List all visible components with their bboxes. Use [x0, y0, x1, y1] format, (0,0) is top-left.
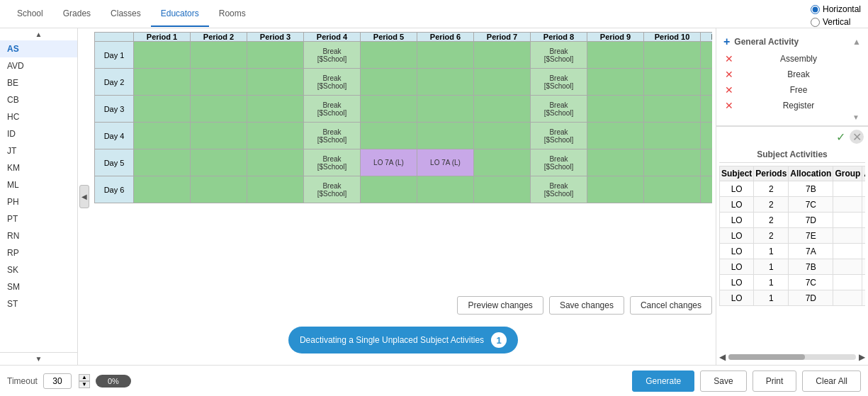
cell-day5-8[interactable] [587, 149, 644, 176]
subj-cell-active-4[interactable] [862, 244, 865, 259]
tab-educators[interactable]: Educators [151, 1, 209, 27]
cell-day3-0[interactable] [134, 96, 191, 123]
sidebar-item-as[interactable]: AS [0, 40, 77, 57]
sidebar-item-pt[interactable]: PT [0, 210, 77, 227]
cell-day1-10[interactable] [701, 42, 713, 69]
preview-changes-button[interactable]: Preview changes [457, 296, 543, 315]
cell-day3-1[interactable] [191, 96, 247, 123]
subj-cell-active-6[interactable] [862, 275, 865, 290]
timetable-scroll[interactable]: Period 1Period 2Period 3Period 4Period 5… [94, 32, 712, 292]
cell-day5-6[interactable] [474, 149, 531, 176]
subj-cell-active-7[interactable] [862, 290, 865, 306]
tab-grades[interactable]: Grades [53, 1, 101, 27]
general-activity-scroll-down[interactable]: ▼ [721, 113, 864, 121]
cell-day4-6[interactable] [474, 123, 531, 149]
cell-day5-2[interactable] [247, 149, 304, 176]
cell-day2-10[interactable] [701, 69, 713, 96]
sidebar-item-sk[interactable]: SK [0, 261, 77, 278]
sidebar-item-cb[interactable]: CB [0, 91, 77, 108]
orientation-horizontal-radio[interactable] [811, 5, 820, 14]
cell-day4-10[interactable] [701, 123, 713, 149]
cell-day5-10[interactable] [701, 149, 713, 176]
cell-day4-8[interactable] [587, 123, 644, 149]
subj-cell-active-3[interactable] [862, 228, 865, 244]
sidebar-item-hc[interactable]: HC [0, 108, 77, 125]
remove-assembly-button[interactable]: ✕ [725, 53, 733, 64]
timeout-spin-down[interactable]: ▼ [79, 381, 90, 388]
add-general-activity-button[interactable]: + [723, 35, 730, 48]
subj-cell-active-1[interactable] [862, 197, 865, 213]
cell-day3-7[interactable]: Break[$School] [531, 96, 587, 123]
cell-day3-6[interactable] [474, 96, 531, 123]
cell-day5-4[interactable]: LO 7A (L) [361, 149, 417, 176]
tab-school[interactable]: School [7, 1, 53, 27]
cell-day2-7[interactable]: Break[$School] [531, 69, 587, 96]
timeout-spin-up[interactable]: ▲ [79, 374, 90, 381]
cell-day3-3[interactable]: Break[$School] [304, 96, 361, 123]
sidebar-scroll-down[interactable]: ▼ [0, 352, 77, 365]
sidebar-item-be[interactable]: BE [0, 74, 77, 91]
cell-day3-4[interactable] [361, 96, 417, 123]
subj-cell-active-5[interactable] [862, 259, 865, 275]
cell-day6-2[interactable] [247, 176, 304, 203]
save-button[interactable]: Save [700, 370, 746, 392]
cell-day2-4[interactable] [361, 69, 417, 96]
discard-button[interactable]: ✕ [850, 130, 864, 144]
orientation-vertical[interactable]: Vertical [811, 17, 861, 27]
remove-free-button[interactable]: ✕ [725, 84, 733, 96]
subj-cell-active-0[interactable] [862, 181, 865, 197]
sidebar-item-rp[interactable]: RP [0, 244, 77, 261]
cell-day6-10[interactable] [701, 176, 713, 203]
tab-classes[interactable]: Classes [101, 1, 151, 27]
cell-day6-4[interactable] [361, 176, 417, 203]
cell-day1-0[interactable] [134, 42, 191, 69]
cell-day2-9[interactable] [644, 69, 701, 96]
general-activity-scroll-up[interactable]: ▲ [852, 37, 861, 47]
cell-day5-5[interactable]: LO 7A (L) [417, 149, 474, 176]
sidebar-item-km[interactable]: KM [0, 159, 77, 176]
cell-day2-1[interactable] [191, 69, 247, 96]
cell-day4-1[interactable] [191, 123, 247, 149]
cell-day2-3[interactable]: Break[$School] [304, 69, 361, 96]
cancel-changes-button[interactable]: Cancel changes [630, 296, 712, 315]
cell-day6-9[interactable] [644, 176, 701, 203]
sidebar-item-st[interactable]: ST [0, 295, 77, 312]
cell-day5-0[interactable] [134, 149, 191, 176]
cell-day4-3[interactable]: Break[$School] [304, 123, 361, 149]
cell-day2-6[interactable] [474, 69, 531, 96]
cell-day2-2[interactable] [247, 69, 304, 96]
orientation-vertical-radio[interactable] [811, 18, 820, 27]
cell-day3-10[interactable] [701, 96, 713, 123]
cell-day5-7[interactable]: Break[$School] [531, 149, 587, 176]
save-changes-button[interactable]: Save changes [549, 296, 624, 315]
remove-break-button[interactable]: ✕ [725, 69, 733, 80]
sidebar-item-rn[interactable]: RN [0, 227, 77, 244]
generate-button[interactable]: Generate [632, 370, 694, 392]
cell-day5-1[interactable] [191, 149, 247, 176]
cell-day4-7[interactable]: Break[$School] [531, 123, 587, 149]
cell-day1-1[interactable] [191, 42, 247, 69]
cell-day4-2[interactable] [247, 123, 304, 149]
cell-day6-8[interactable] [587, 176, 644, 203]
cell-day6-5[interactable] [417, 176, 474, 203]
cell-day3-5[interactable] [417, 96, 474, 123]
cell-day3-8[interactable] [587, 96, 644, 123]
cell-day4-0[interactable] [134, 123, 191, 149]
cell-day1-4[interactable] [361, 42, 417, 69]
cell-day3-9[interactable] [644, 96, 701, 123]
tab-rooms[interactable]: Rooms [209, 1, 256, 27]
orientation-horizontal[interactable]: Horizontal [811, 4, 861, 14]
cell-day6-6[interactable] [474, 176, 531, 203]
collapse-arrow[interactable]: ◀ [78, 28, 91, 365]
clear-all-button[interactable]: Clear All [802, 370, 861, 392]
confirm-button[interactable]: ✓ [836, 130, 845, 144]
sidebar-item-ml[interactable]: ML [0, 176, 77, 193]
sidebar-item-sm[interactable]: SM [0, 278, 77, 295]
cell-day6-1[interactable] [191, 176, 247, 203]
cell-day1-8[interactable] [587, 42, 644, 69]
cell-day2-0[interactable] [134, 69, 191, 96]
sidebar-item-id[interactable]: ID [0, 125, 77, 142]
cell-day2-8[interactable] [587, 69, 644, 96]
cell-day6-7[interactable]: Break[$School] [531, 176, 587, 203]
cell-day1-7[interactable]: Break[$School] [531, 42, 587, 69]
